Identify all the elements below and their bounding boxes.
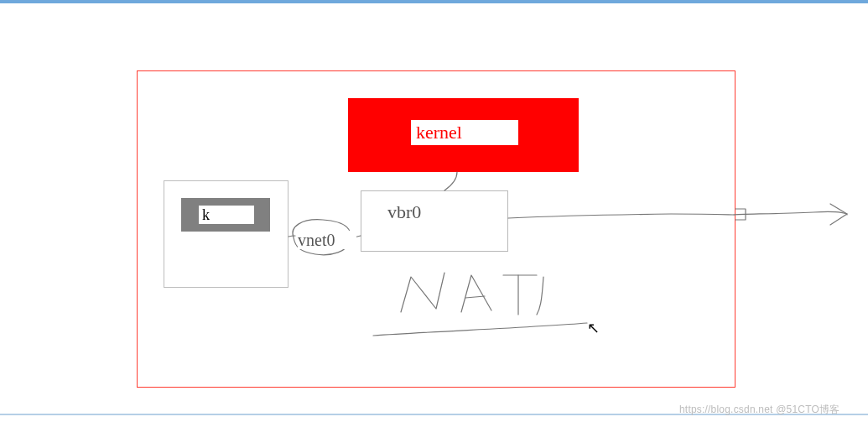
vm-box <box>164 180 288 288</box>
diagram-canvas: kernel k vbr0 vnet0 ↖ https://blog.csdn.… <box>0 0 868 422</box>
kernel-label: kernel <box>411 120 518 145</box>
k-label: k <box>199 206 254 224</box>
vnet-label: vnet0 <box>298 231 356 249</box>
cursor-icon: ↖ <box>587 319 600 337</box>
watermark: https://blog.csdn.net @51CTO博客 <box>679 403 839 417</box>
top-rule <box>0 0 868 3</box>
vbr-label: vbr0 <box>387 201 455 223</box>
